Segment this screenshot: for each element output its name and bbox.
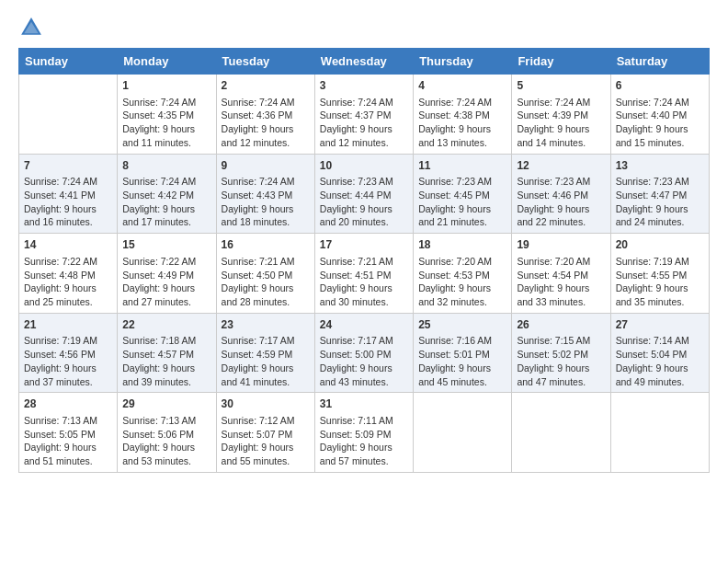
- day-number: 5: [517, 78, 605, 94]
- calendar-cell: 17Sunrise: 7:21 AMSunset: 4:51 PMDayligh…: [314, 234, 413, 314]
- calendar-cell: 30Sunrise: 7:12 AMSunset: 5:07 PMDayligh…: [216, 393, 314, 473]
- weekday-header-saturday: Saturday: [610, 49, 709, 75]
- calendar-cell: 11Sunrise: 7:23 AMSunset: 4:45 PMDayligh…: [414, 154, 512, 234]
- day-number: 22: [122, 317, 210, 333]
- day-info: Sunrise: 7:15 AMSunset: 5:02 PMDaylight:…: [517, 335, 590, 386]
- day-number: 19: [517, 237, 605, 253]
- weekday-header-monday: Monday: [118, 49, 216, 75]
- day-info: Sunrise: 7:22 AMSunset: 4:48 PMDaylight:…: [24, 256, 97, 307]
- day-number: 21: [24, 317, 112, 333]
- calendar-cell: 29Sunrise: 7:13 AMSunset: 5:06 PMDayligh…: [118, 393, 216, 473]
- day-info: Sunrise: 7:14 AMSunset: 5:04 PMDaylight:…: [616, 335, 689, 386]
- calendar-cell: 2Sunrise: 7:24 AMSunset: 4:36 PMDaylight…: [216, 75, 314, 155]
- day-number: 8: [122, 158, 210, 174]
- calendar-cell: [19, 75, 118, 155]
- day-info: Sunrise: 7:23 AMSunset: 4:47 PMDaylight:…: [616, 176, 689, 227]
- weekday-header-sunday: Sunday: [19, 49, 118, 75]
- day-number: 18: [418, 237, 506, 253]
- day-number: 12: [517, 158, 605, 174]
- day-number: 23: [222, 317, 310, 333]
- calendar-row: 14Sunrise: 7:22 AMSunset: 4:48 PMDayligh…: [19, 234, 710, 314]
- logo: [18, 15, 48, 40]
- day-info: Sunrise: 7:12 AMSunset: 5:07 PMDaylight:…: [222, 415, 295, 466]
- logo-icon: [18, 15, 44, 40]
- day-info: Sunrise: 7:24 AMSunset: 4:43 PMDaylight:…: [222, 176, 295, 227]
- calendar-cell: 20Sunrise: 7:19 AMSunset: 4:55 PMDayligh…: [610, 234, 709, 314]
- day-number: 15: [122, 237, 210, 253]
- day-number: 6: [616, 78, 704, 94]
- day-info: Sunrise: 7:24 AMSunset: 4:40 PMDaylight:…: [616, 97, 689, 148]
- calendar-cell: 23Sunrise: 7:17 AMSunset: 4:59 PMDayligh…: [216, 313, 314, 393]
- calendar-cell: 26Sunrise: 7:15 AMSunset: 5:02 PMDayligh…: [512, 313, 610, 393]
- calendar-cell: [610, 393, 709, 473]
- day-info: Sunrise: 7:24 AMSunset: 4:35 PMDaylight:…: [122, 97, 196, 148]
- day-info: Sunrise: 7:19 AMSunset: 4:56 PMDaylight:…: [24, 335, 97, 386]
- day-number: 28: [24, 396, 112, 412]
- day-info: Sunrise: 7:11 AMSunset: 5:09 PMDaylight:…: [320, 415, 393, 466]
- weekday-header-thursday: Thursday: [414, 49, 512, 75]
- day-info: Sunrise: 7:24 AMSunset: 4:37 PMDaylight:…: [320, 97, 393, 148]
- calendar-cell: 3Sunrise: 7:24 AMSunset: 4:37 PMDaylight…: [314, 75, 413, 155]
- calendar-cell: 4Sunrise: 7:24 AMSunset: 4:38 PMDaylight…: [414, 75, 512, 155]
- day-info: Sunrise: 7:18 AMSunset: 4:57 PMDaylight:…: [122, 335, 196, 386]
- calendar-cell: 22Sunrise: 7:18 AMSunset: 4:57 PMDayligh…: [118, 313, 216, 393]
- day-number: 26: [517, 317, 605, 333]
- weekday-header-friday: Friday: [512, 49, 610, 75]
- day-number: 10: [320, 158, 408, 174]
- day-info: Sunrise: 7:23 AMSunset: 4:45 PMDaylight:…: [418, 176, 492, 227]
- calendar-cell: 19Sunrise: 7:20 AMSunset: 4:54 PMDayligh…: [512, 234, 610, 314]
- day-info: Sunrise: 7:21 AMSunset: 4:50 PMDaylight:…: [222, 256, 295, 307]
- calendar-row: 7Sunrise: 7:24 AMSunset: 4:41 PMDaylight…: [19, 154, 710, 234]
- day-number: 9: [222, 158, 310, 174]
- day-info: Sunrise: 7:24 AMSunset: 4:36 PMDaylight:…: [222, 97, 295, 148]
- day-number: 16: [222, 237, 310, 253]
- calendar-cell: 6Sunrise: 7:24 AMSunset: 4:40 PMDaylight…: [610, 75, 709, 155]
- day-info: Sunrise: 7:21 AMSunset: 4:51 PMDaylight:…: [320, 256, 393, 307]
- calendar-cell: 1Sunrise: 7:24 AMSunset: 4:35 PMDaylight…: [118, 75, 216, 155]
- day-info: Sunrise: 7:24 AMSunset: 4:41 PMDaylight:…: [24, 176, 97, 227]
- calendar-cell: 15Sunrise: 7:22 AMSunset: 4:49 PMDayligh…: [118, 234, 216, 314]
- day-number: 2: [222, 78, 310, 94]
- calendar-cell: 25Sunrise: 7:16 AMSunset: 5:01 PMDayligh…: [414, 313, 512, 393]
- day-number: 1: [122, 78, 210, 94]
- day-info: Sunrise: 7:24 AMSunset: 4:38 PMDaylight:…: [418, 97, 492, 148]
- calendar-cell: 14Sunrise: 7:22 AMSunset: 4:48 PMDayligh…: [19, 234, 118, 314]
- calendar-cell: [414, 393, 512, 473]
- day-info: Sunrise: 7:16 AMSunset: 5:01 PMDaylight:…: [418, 335, 492, 386]
- day-info: Sunrise: 7:20 AMSunset: 4:53 PMDaylight:…: [418, 256, 492, 307]
- calendar-cell: 12Sunrise: 7:23 AMSunset: 4:46 PMDayligh…: [512, 154, 610, 234]
- day-number: 24: [320, 317, 408, 333]
- page: SundayMondayTuesdayWednesdayThursdayFrid…: [0, 0, 728, 563]
- day-number: 11: [418, 158, 506, 174]
- day-number: 25: [418, 317, 506, 333]
- calendar-cell: [512, 393, 610, 473]
- day-number: 30: [222, 396, 310, 412]
- day-number: 13: [616, 158, 704, 174]
- day-info: Sunrise: 7:23 AMSunset: 4:44 PMDaylight:…: [320, 176, 393, 227]
- calendar-cell: 10Sunrise: 7:23 AMSunset: 4:44 PMDayligh…: [314, 154, 413, 234]
- day-info: Sunrise: 7:13 AMSunset: 5:05 PMDaylight:…: [24, 415, 97, 466]
- calendar-cell: 18Sunrise: 7:20 AMSunset: 4:53 PMDayligh…: [414, 234, 512, 314]
- day-number: 7: [24, 158, 112, 174]
- day-number: 29: [122, 396, 210, 412]
- day-info: Sunrise: 7:17 AMSunset: 5:00 PMDaylight:…: [320, 335, 393, 386]
- day-info: Sunrise: 7:24 AMSunset: 4:39 PMDaylight:…: [517, 97, 590, 148]
- calendar-row: 28Sunrise: 7:13 AMSunset: 5:05 PMDayligh…: [19, 393, 710, 473]
- day-number: 3: [320, 78, 408, 94]
- header: [18, 15, 710, 40]
- day-info: Sunrise: 7:17 AMSunset: 4:59 PMDaylight:…: [222, 335, 295, 386]
- day-info: Sunrise: 7:19 AMSunset: 4:55 PMDaylight:…: [616, 256, 689, 307]
- calendar-cell: 31Sunrise: 7:11 AMSunset: 5:09 PMDayligh…: [314, 393, 413, 473]
- calendar-table: SundayMondayTuesdayWednesdayThursdayFrid…: [18, 48, 710, 473]
- day-number: 14: [24, 237, 112, 253]
- day-info: Sunrise: 7:24 AMSunset: 4:42 PMDaylight:…: [122, 176, 196, 227]
- calendar-cell: 13Sunrise: 7:23 AMSunset: 4:47 PMDayligh…: [610, 154, 709, 234]
- calendar-cell: 7Sunrise: 7:24 AMSunset: 4:41 PMDaylight…: [19, 154, 118, 234]
- day-number: 4: [418, 78, 506, 94]
- day-number: 17: [320, 237, 408, 253]
- weekday-header-wednesday: Wednesday: [314, 49, 413, 75]
- calendar-cell: 9Sunrise: 7:24 AMSunset: 4:43 PMDaylight…: [216, 154, 314, 234]
- weekday-header-tuesday: Tuesday: [216, 49, 314, 75]
- calendar-cell: 28Sunrise: 7:13 AMSunset: 5:05 PMDayligh…: [19, 393, 118, 473]
- calendar-cell: 8Sunrise: 7:24 AMSunset: 4:42 PMDaylight…: [118, 154, 216, 234]
